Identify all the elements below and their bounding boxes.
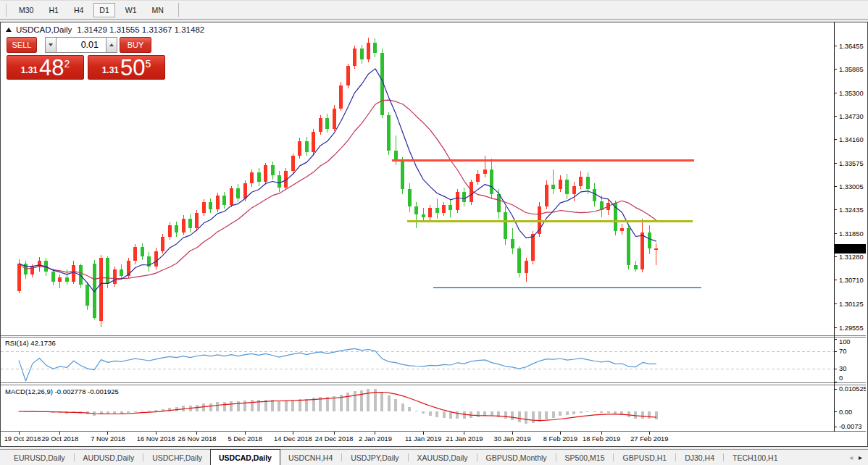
symbol-tab-sp500-m15[interactable]: SP500,M15 [557,450,613,465]
tab-separator [143,453,143,461]
chart-symbol-label: USDCAD,Daily [16,25,72,34]
rsi-indicator-label: RSI(14) 42.1736 [5,339,56,347]
svg-text:1.36455: 1.36455 [839,43,864,50]
tab-separator [723,453,724,461]
svg-text:1.31850: 1.31850 [839,230,864,238]
tab-scroll-right-icon[interactable]: ▸ [859,453,862,461]
buy-price-big: 50 [120,59,145,78]
chart-canvas[interactable]: 1.364551.358851.353001.347301.341601.335… [1,22,866,445]
svg-text:1.35300: 1.35300 [839,90,864,97]
svg-text:0.010525: 0.010525 [839,385,866,393]
triangle-up-icon [109,43,114,46]
tf-tab-mn[interactable]: MN [147,4,169,17]
trade-panel-prices: 1.31 48 2 1.31 50 5 [7,55,165,80]
svg-text:1.31482: 1.31482 [837,246,861,253]
chart-title: USDCAD,Daily 1.31429 1.31555 1.31367 1.3… [6,25,204,34]
svg-text:7 Nov 2018: 7 Nov 2018 [91,435,125,443]
svg-text:1.32435: 1.32435 [839,206,864,214]
svg-text:26 Nov 2018: 26 Nov 2018 [178,435,217,443]
svg-text:21 Jan 2019: 21 Jan 2019 [446,435,483,443]
symbol-tab-xauusd-daily[interactable]: XAUUSD,Daily [409,450,476,465]
symbol-tab-usdchf-daily[interactable]: USDCHF,Daily [144,450,210,465]
svg-text:27 Feb 2019: 27 Feb 2019 [630,435,668,443]
svg-text:18 Feb 2019: 18 Feb 2019 [583,435,620,443]
svg-text:14 Dec 2018: 14 Dec 2018 [274,435,312,443]
volume-increase-button[interactable] [106,37,117,53]
svg-text:11 Jan 2019: 11 Jan 2019 [405,435,442,443]
symbol-tab-gbpusd-h1[interactable]: GBPUSD,H1 [614,450,675,465]
symbol-tab-dj30-h4[interactable]: DJ30,H4 [677,450,722,465]
buy-price-sup: 5 [146,58,151,70]
sell-price-sup: 2 [64,58,70,70]
svg-text:1.30125: 1.30125 [839,301,864,308]
svg-text:1.29555: 1.29555 [839,324,864,332]
svg-text:2 Jan 2019: 2 Jan 2019 [359,435,392,443]
svg-text:70: 70 [839,348,846,355]
symbol-tab-eurusd-daily[interactable]: EURUSD,Daily [6,450,73,465]
tab-separator [556,453,556,461]
one-click-trading-panel: SELL BUY 1.31 48 2 1.31 50 5 [7,37,165,80]
svg-text:1.34730: 1.34730 [839,113,864,120]
svg-text:16 Nov 2018: 16 Nov 2018 [137,435,175,443]
symbol-tab-tech100-h1[interactable]: TECH100,H1 [725,450,785,465]
svg-text:24 Dec 2018: 24 Dec 2018 [315,435,354,443]
svg-text:1.30710: 1.30710 [839,277,864,284]
svg-text:19 Oct 2018: 19 Oct 2018 [4,435,41,443]
svg-text:1.33005: 1.33005 [839,183,864,190]
mt4-screen: { "colors": { "up_candle": "#fe3423", "d… [0,0,868,465]
svg-text:5 Dec 2018: 5 Dec 2018 [228,435,262,443]
chart-ohlc-values: 1.31429 1.31555 1.31367 1.31482 [77,25,204,34]
volume-decrease-button[interactable] [45,37,57,53]
tab-separator [675,453,676,461]
tab-separator [341,453,342,461]
collapse-chart-icon[interactable] [6,28,12,32]
tab-separator [408,453,409,461]
tf-tab-d1[interactable]: D1 [93,3,114,17]
sell-price-button[interactable]: 1.31 48 2 [7,55,84,80]
buy-button[interactable]: BUY [120,37,151,53]
tf-tab-h1[interactable]: H1 [43,4,63,17]
svg-text:-0.0073: -0.0073 [839,423,862,430]
volume-input[interactable] [57,37,106,53]
tf-tab-m30[interactable]: M30 [14,4,38,17]
sell-price-big: 48 [39,59,64,78]
svg-text:1.31280: 1.31280 [839,254,864,261]
symbol-tab-bar: EURUSD,Daily AUDUSD,Daily USDCHF,Daily U… [0,449,868,465]
svg-text:1.33575: 1.33575 [839,160,864,167]
svg-text:0.00: 0.00 [839,409,852,416]
buy-price-button[interactable]: 1.31 50 5 [88,55,165,80]
svg-text:8 Feb 2019: 8 Feb 2019 [543,435,577,443]
symbol-tab-usdjpy-daily[interactable]: USDJPY,Daily [343,450,406,465]
svg-text:30 Jan 2019: 30 Jan 2019 [494,435,531,443]
tab-separator [613,453,614,461]
trade-panel-controls: SELL BUY [7,37,165,53]
svg-text:100: 100 [839,338,851,345]
buy-price-prefix: 1.31 [102,65,119,75]
timeframe-toolbar: M30 H1 H4 D1 W1 MN [0,0,868,20]
tf-tab-w1[interactable]: W1 [120,4,142,17]
tab-scroll-left-icon[interactable]: ◂ [849,453,853,461]
sell-button[interactable]: SELL [7,37,37,53]
tab-scroll-controls: ◂ ▸ [843,450,868,465]
toolbar-divider [178,3,179,17]
macd-indicator-label: MACD(12,26,9) -0.002778 -0.001925 [5,388,119,395]
svg-text:1.35885: 1.35885 [839,66,864,73]
tab-separator [74,453,75,461]
svg-text:0: 0 [839,374,843,382]
tf-tab-h4[interactable]: H4 [69,4,88,17]
svg-text:30: 30 [839,365,846,372]
symbol-tab-usdcnh-h4[interactable]: USDCNH,H4 [280,450,341,465]
svg-text:29 Oct 2018: 29 Oct 2018 [41,435,78,443]
toolbar-grip-icon [6,4,7,17]
chart-window: 1.364551.358851.353001.347301.341601.335… [0,22,868,447]
svg-text:1.34160: 1.34160 [839,136,864,143]
triangle-down-icon [49,43,53,46]
symbol-tab-gbpusd-monthly[interactable]: GBPUSD,Monthly [478,450,555,465]
symbol-tab-audusd-daily[interactable]: AUDUSD,Daily [75,450,143,465]
sell-price-prefix: 1.31 [21,65,38,75]
tab-separator [477,453,477,461]
symbol-tab-usdcad-daily[interactable]: USDCAD,Daily [210,449,280,465]
